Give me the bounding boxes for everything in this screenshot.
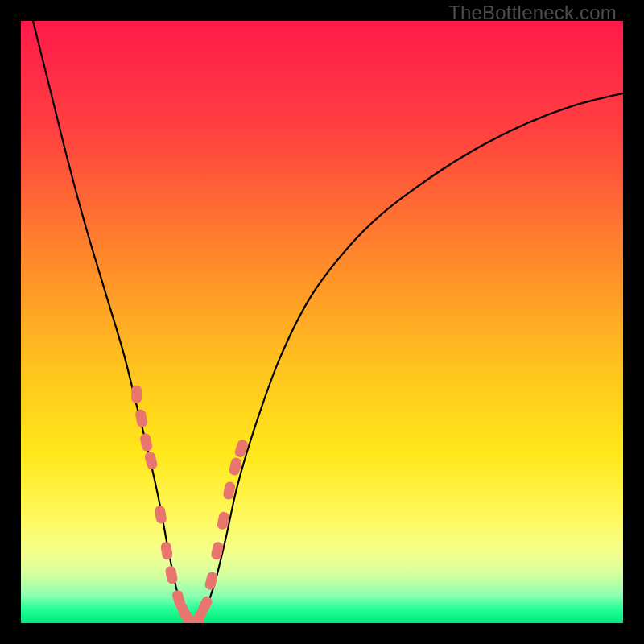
data-marker [131, 386, 142, 403]
curve-layer [21, 21, 623, 623]
data-marker [204, 571, 218, 590]
watermark-text: TheBottleneck.com [448, 2, 617, 24]
data-marker [164, 565, 178, 584]
data-marker [134, 409, 148, 428]
data-marker [160, 541, 173, 560]
plot-area [21, 21, 623, 623]
data-marker [143, 451, 158, 471]
data-marker [154, 505, 167, 524]
outer-frame: TheBottleneck.com [0, 0, 644, 644]
data-marker [139, 433, 153, 452]
bottleneck-curve [33, 21, 623, 623]
marker-group [131, 386, 249, 623]
